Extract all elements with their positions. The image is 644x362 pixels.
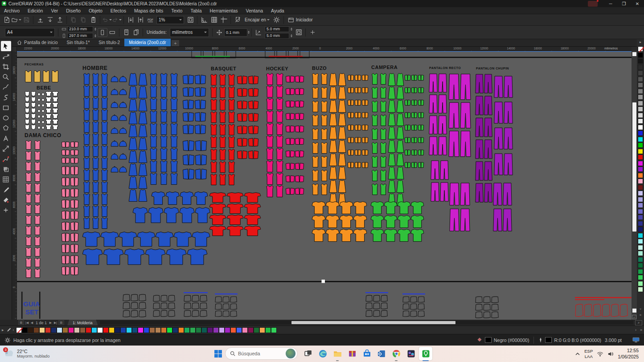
color-swatch[interactable]: [638, 113, 643, 118]
spinner[interactable]: [291, 28, 292, 31]
palette-scroll-right[interactable]: ›: [633, 328, 638, 332]
page-tab[interactable]: 1: Molderia: [67, 320, 98, 325]
menu-item-edición[interactable]: Edición: [24, 8, 47, 13]
color-swatch[interactable]: [638, 185, 643, 190]
import-icon[interactable]: [126, 16, 135, 24]
shape-tool-icon[interactable]: [1, 51, 11, 61]
color-swatch[interactable]: [638, 227, 643, 232]
publish-icon[interactable]: [55, 16, 65, 24]
plus-icon[interactable]: [308, 28, 317, 37]
menu-item-efectos[interactable]: Efectos: [107, 8, 130, 13]
color-swatch[interactable]: [638, 215, 643, 220]
color-swatch[interactable]: [638, 233, 643, 238]
pattern-group-dama-chico[interactable]: DAMA CHICO: [25, 132, 78, 278]
color-swatch[interactable]: [39, 327, 45, 333]
vertical-scroll-thumb[interactable]: [632, 102, 636, 232]
pattern-group-pantalon-chupin[interactable]: PANTALON CHUPIN: [476, 67, 513, 231]
color-swatch[interactable]: [638, 179, 643, 184]
close-button[interactable]: ✕: [631, 0, 644, 7]
drawing-canvas[interactable]: PECHERASBEBEDAMA CHICOHOMBREBASQUETHOCKE…: [17, 51, 632, 320]
outline-pattern-cluster[interactable]: [575, 297, 632, 317]
dup-y-field[interactable]: 5.0 mm: [265, 33, 289, 39]
color-swatch[interactable]: [138, 327, 144, 333]
spinner[interactable]: [248, 31, 250, 34]
outline-pattern-cluster[interactable]: [365, 292, 388, 317]
import-cloud-icon[interactable]: [35, 16, 45, 24]
page-width-field[interactable]: 210.0 mm: [67, 26, 93, 32]
dup-x-field[interactable]: 5.0 mm: [265, 26, 289, 32]
color-swatch[interactable]: [207, 327, 213, 333]
menu-item-mapas-de-bits[interactable]: Mapas de bits: [130, 8, 167, 13]
start-button[interactable]: [211, 347, 225, 360]
page-height-field[interactable]: 297.0 mm: [67, 33, 93, 39]
color-swatch[interactable]: [638, 269, 643, 274]
first-page-icon[interactable]: |◀: [25, 321, 29, 325]
color-swatch[interactable]: [638, 82, 643, 88]
horizontal-scroll-thumb[interactable]: [291, 321, 455, 324]
volume-icon[interactable]: [607, 351, 614, 357]
polygon-tool-icon[interactable]: [1, 123, 11, 133]
menu-item-archivo[interactable]: Archivo: [0, 8, 24, 13]
palette-scroll-left-2[interactable]: ‹: [11, 328, 16, 332]
taskbar-app-game-app[interactable]: [404, 347, 418, 360]
crop-tool-icon[interactable]: [1, 61, 11, 72]
pattern-group-pantalon-recto[interactable]: PANTALON RECTO: [429, 66, 471, 231]
palette-scroll-left[interactable]: ▸: [0, 328, 6, 332]
color-swatch[interactable]: [51, 327, 57, 333]
color-swatch[interactable]: [80, 327, 86, 333]
document-tab-0[interactable]: Pantalla de inicio: [12, 39, 62, 46]
open-folder-icon[interactable]: [12, 16, 21, 24]
horizontal-scrollbar[interactable]: [100, 321, 633, 325]
taskbar-app-file-explorer[interactable]: [331, 347, 344, 360]
color-swatch[interactable]: [97, 327, 103, 333]
language-indicator[interactable]: ESPLAA: [584, 349, 593, 359]
zoom-level-select[interactable]: 1%: [156, 16, 184, 24]
add-page-icon[interactable]: ⊞: [18, 320, 24, 325]
color-swatch[interactable]: [248, 327, 254, 333]
minimize-button[interactable]: ─: [604, 0, 617, 7]
outline-pattern-cluster[interactable]: [123, 294, 146, 317]
taskbar-app-winrar[interactable]: [345, 347, 359, 360]
color-swatch[interactable]: [638, 263, 643, 268]
color-swatch[interactable]: [638, 191, 643, 196]
color-swatch[interactable]: [638, 167, 643, 172]
color-swatch[interactable]: [638, 58, 643, 64]
color-swatch[interactable]: [62, 327, 68, 333]
tray-chevron-icon[interactable]: [575, 352, 580, 356]
pattern-group-bebe[interactable]: BEBE: [25, 85, 58, 130]
palette-eyedropper-icon[interactable]: [6, 327, 11, 333]
menu-item-ver[interactable]: Ver: [47, 8, 62, 13]
color-swatch[interactable]: [638, 70, 643, 76]
color-swatch[interactable]: [638, 197, 643, 202]
pattern-group-hockey[interactable]: HOCKEY: [266, 66, 304, 197]
color-swatch[interactable]: [172, 327, 178, 333]
no-color-swatch[interactable]: [16, 327, 22, 333]
color-swatch[interactable]: [109, 327, 115, 333]
mesh-fill-tool-icon[interactable]: [1, 174, 11, 184]
color-swatch[interactable]: [91, 327, 97, 333]
drop-shadow-tool-icon[interactable]: [1, 164, 11, 174]
document-tab-1[interactable]: Sin título-1*: [62, 39, 94, 46]
color-swatch[interactable]: [115, 327, 120, 333]
color-swatch[interactable]: [144, 327, 149, 333]
color-swatch[interactable]: [201, 327, 207, 333]
vertical-scrollbar[interactable]: ⌕: [632, 51, 637, 320]
next-page-icon[interactable]: ▶: [48, 321, 53, 325]
nudge-field[interactable]: 0.1 mm: [224, 28, 247, 37]
wifi-icon[interactable]: [597, 351, 603, 357]
color-swatch[interactable]: [638, 142, 643, 148]
pattern-group-campera[interactable]: CAMPERA: [371, 65, 424, 241]
scroll-down-box[interactable]: [632, 309, 636, 313]
color-swatch[interactable]: [638, 203, 643, 208]
color-swatch[interactable]: [45, 327, 51, 333]
color-swatch[interactable]: [33, 327, 39, 333]
color-swatch[interactable]: [242, 327, 248, 333]
color-swatch[interactable]: [638, 155, 643, 160]
pick-tool-icon[interactable]: [1, 41, 11, 51]
color-swatch[interactable]: [254, 327, 259, 333]
last-page-icon[interactable]: ▶|: [53, 321, 58, 325]
color-swatch[interactable]: [225, 327, 230, 333]
search-input[interactable]: Búsqueda: [225, 347, 298, 360]
dimension-tool-icon[interactable]: [1, 143, 11, 154]
color-swatch[interactable]: [638, 89, 643, 94]
